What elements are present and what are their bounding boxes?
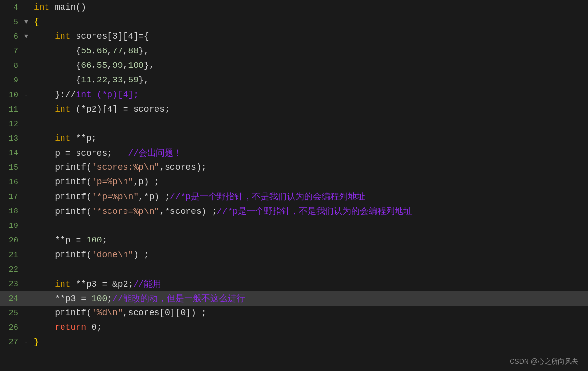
code-content: **p = 100;	[32, 235, 588, 245]
code-token: **p3 = &p2;	[71, 279, 134, 289]
line-number: 6	[0, 32, 24, 41]
code-token: ,	[107, 75, 112, 85]
line-number: 9	[0, 76, 24, 85]
fold-icon[interactable]: ▼	[24, 18, 32, 26]
code-token: int	[34, 2, 49, 12]
code-content: int **p;	[32, 133, 588, 143]
line-number: 5	[0, 17, 24, 27]
code-token: {	[34, 46, 81, 56]
code-line: 22	[0, 262, 588, 276]
code-token: },	[139, 75, 149, 85]
code-content: int **p3 = &p2;//能用	[32, 278, 588, 290]
line-number: 15	[0, 163, 24, 172]
code-token: {	[34, 75, 81, 85]
code-content: printf("p=%p\n",p) ;	[32, 177, 588, 187]
code-line: 13 int **p;	[0, 131, 588, 145]
code-line: 7 {55,66,77,88},	[0, 44, 588, 58]
code-token: int	[34, 104, 71, 114]
code-line: 23 int **p3 = &p2;//能用	[0, 276, 588, 291]
code-token: 77	[112, 46, 123, 56]
code-token: ,	[123, 46, 128, 56]
code-token: "done\n"	[92, 250, 133, 259]
code-line: 16 printf("p=%p\n",p) ;	[0, 175, 588, 189]
code-token: ,	[92, 46, 97, 56]
code-token: main()	[49, 2, 86, 12]
code-token: 99	[112, 61, 123, 70]
code-line: 25 printf("%d\n",scores[0][0]) ;	[0, 306, 588, 320]
code-token: printf(	[34, 308, 92, 318]
fold-icon[interactable]: ▼	[24, 33, 32, 40]
code-token: "scores:%p\n"	[92, 162, 159, 172]
fold-icon[interactable]: -	[24, 91, 32, 98]
code-lines-container: 4int main()5▼{6▼ int scores[3][4]={7 {55…	[0, 0, 588, 349]
code-line: 24 **p3 = 100;//能改的动，但是一般不这么进行	[0, 291, 588, 306]
line-number: 22	[0, 265, 24, 274]
code-token: [3][4]={	[107, 32, 149, 41]
line-number: 8	[0, 61, 24, 70]
code-content: printf("%d\n",scores[0][0]) ;	[32, 308, 588, 318]
line-number: 17	[0, 192, 24, 201]
code-content: return 0;	[32, 323, 588, 332]
code-content: }	[32, 337, 588, 347]
line-number: 4	[0, 3, 24, 12]
fold-icon[interactable]: -	[24, 339, 32, 346]
code-content: {11,22,33,59},	[32, 75, 588, 85]
code-token: 88	[128, 46, 139, 56]
code-token: 59	[128, 75, 139, 85]
line-number: 11	[0, 105, 24, 114]
line-number: 25	[0, 308, 24, 318]
code-token: {	[34, 61, 81, 70]
code-token: //会出问题！	[112, 148, 182, 158]
code-token: ,	[92, 61, 97, 70]
line-number: 10	[0, 90, 24, 99]
code-token: {	[34, 17, 39, 27]
code-token: ,scores);	[159, 162, 206, 172]
code-token: 11	[81, 75, 92, 85]
code-token	[34, 323, 55, 332]
code-token: printf(	[34, 177, 92, 187]
code-token: 66	[97, 46, 108, 56]
code-token: 66	[81, 61, 92, 70]
code-token: "*p=%p\n"	[92, 192, 139, 202]
code-token: 0;	[86, 323, 102, 332]
line-number: 24	[0, 294, 24, 303]
code-token: }	[34, 337, 39, 347]
code-token: "p=%p\n"	[92, 177, 133, 187]
code-content: int (*p2)[4] = scores;	[32, 104, 588, 114]
code-token: return	[55, 323, 86, 332]
code-content: printf("*score=%p\n",*scores) ;//*p是一个野指…	[32, 205, 588, 217]
code-content: int main()	[32, 2, 588, 12]
code-token: **p =	[34, 235, 86, 245]
line-number: 12	[0, 119, 24, 129]
code-token: ;	[107, 294, 112, 304]
code-token: //能用	[133, 279, 161, 289]
code-token: ,	[123, 75, 128, 85]
code-content: p = scores; //会出问题！	[32, 147, 588, 159]
code-line: 20 **p = 100;	[0, 233, 588, 247]
code-token: ,	[107, 61, 112, 70]
code-token: printf(	[34, 207, 92, 216]
code-line: 14 p = scores; //会出问题！	[0, 145, 588, 160]
code-token: int	[34, 133, 71, 143]
code-token: **p;	[71, 133, 97, 143]
line-number: 20	[0, 236, 24, 245]
code-token: 55	[81, 46, 92, 56]
code-token: 100	[128, 61, 143, 70]
code-token: //*p是一个野指针，不是我们认为的会编程列地址	[217, 207, 412, 216]
code-content: int scores[3][4]={	[32, 32, 588, 41]
code-line: 6▼ int scores[3][4]={	[0, 29, 588, 44]
line-number: 21	[0, 250, 24, 259]
code-token: ,scores[0][0]) ;	[123, 308, 207, 318]
code-line: 8 {66,55,99,100},	[0, 58, 588, 73]
code-token: //*p是一个野指针，不是我们认为的会编程列地址	[170, 192, 365, 202]
code-line: 10- };//int (*p)[4];	[0, 87, 588, 102]
line-number: 18	[0, 207, 24, 216]
code-token: printf(	[34, 192, 92, 202]
line-number: 19	[0, 221, 24, 230]
code-token: int	[34, 279, 71, 289]
code-content: printf("done\n") ;	[32, 250, 588, 259]
code-line: 19	[0, 218, 588, 233]
line-number: 13	[0, 134, 24, 143]
line-number: 23	[0, 279, 24, 289]
code-line: 5▼{	[0, 15, 588, 29]
